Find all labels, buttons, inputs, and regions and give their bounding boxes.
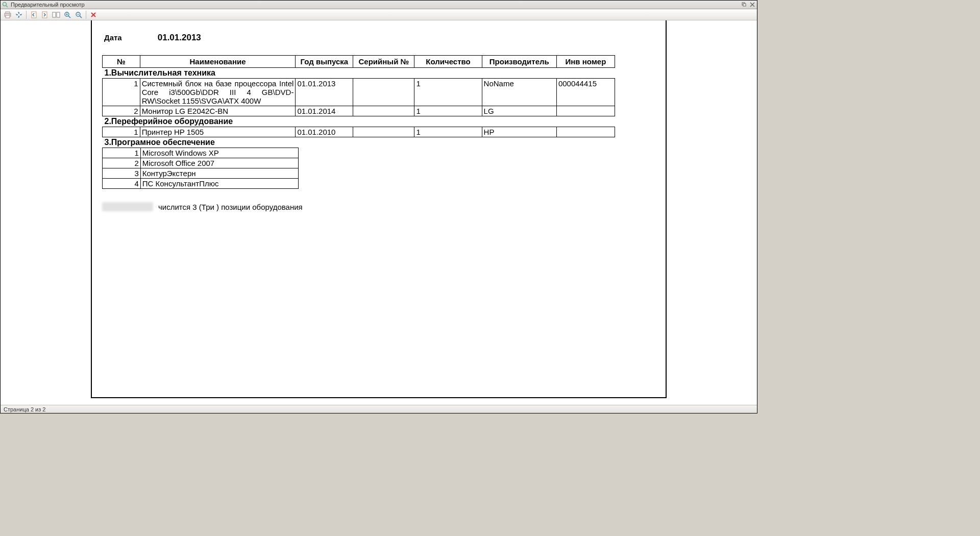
table-row: 3 КонтурЭкстерн — [103, 168, 299, 179]
maximize-icon[interactable] — [741, 1, 748, 8]
redacted-box — [102, 202, 153, 211]
header-name: Наименование — [140, 56, 296, 68]
multi-page-icon[interactable] — [51, 10, 61, 19]
cell-year: 01.01.2014 — [296, 106, 353, 116]
table-row: 4 ПС КонсультантПлюс — [103, 179, 299, 189]
app-icon — [2, 1, 9, 8]
cell-qty: 1 — [414, 106, 482, 116]
cell-name: Microsoft Office 2007 — [140, 158, 298, 168]
cell-inv — [556, 127, 615, 137]
footer-text: числится 3 (Три ) позиции оборудования — [158, 203, 303, 211]
cell-year: 01.01.2010 — [296, 127, 353, 137]
table-row: 1 Принтер HP 1505 01.01.2010 1 HP — [103, 127, 615, 137]
section-title: 2.Переферийное оборудование — [103, 116, 615, 127]
header-year: Год выпуска — [296, 56, 353, 68]
cell-num: 2 — [103, 158, 141, 168]
svg-rect-8 — [6, 15, 10, 18]
cell-mfr: HP — [482, 127, 556, 137]
section-title: 3.Програмное обеспечение — [103, 137, 615, 148]
cell-num: 1 — [103, 127, 140, 137]
titlebar: Предварительный просмотр — [1, 1, 757, 9]
next-page-icon[interactable] — [40, 10, 50, 19]
close-preview-icon[interactable] — [88, 10, 99, 19]
header-mfr: Производитель — [482, 56, 556, 68]
print-icon[interactable] — [3, 10, 13, 19]
date-row: Дата 01.01.2013 — [104, 33, 655, 43]
document-viewport[interactable]: Дата 01.01.2013 № Наименование Год выпус… — [1, 20, 757, 405]
header-num: № — [103, 56, 140, 68]
software-table: 1 Microsoft Windows XP 2 Microsoft Offic… — [102, 148, 299, 189]
table-row: 1 Системный блок на базе процессора Inte… — [103, 79, 615, 106]
cell-qty: 1 — [414, 127, 482, 137]
date-label: Дата — [104, 33, 122, 42]
toolbar-separator — [86, 11, 86, 19]
page-indicator: Страница 2 из 2 — [4, 406, 45, 412]
cell-qty: 1 — [414, 79, 482, 106]
cell-name: Монитор LG E2042C-BN — [140, 106, 296, 116]
window-controls — [741, 1, 756, 8]
svg-line-19 — [68, 16, 70, 18]
cell-num: 4 — [103, 179, 141, 189]
table-row: 2 Монитор LG E2042C-BN 01.01.2014 1 LG — [103, 106, 615, 116]
equipment-table: № Наименование Год выпуска Серийный № Ко… — [102, 55, 615, 148]
header-inv: Инв номер — [556, 56, 615, 68]
table-row: 2 Microsoft Office 2007 — [103, 158, 299, 168]
zoom-in-icon[interactable] — [62, 10, 72, 19]
section-1-title: 1.Вычислительная техника — [103, 68, 615, 79]
cell-mfr: LG — [482, 106, 556, 116]
footer-line: числится 3 (Три ) позиции оборудования — [102, 202, 655, 211]
cell-name: ПС КонсультантПлюс — [140, 179, 298, 189]
zoom-out-icon[interactable] — [74, 10, 84, 19]
svg-line-23 — [80, 16, 82, 18]
cell-name: Системный блок на базе процессора Intel … — [140, 79, 296, 106]
cell-name: КонтурЭкстерн — [140, 168, 298, 179]
svg-point-0 — [3, 3, 7, 6]
cell-year: 01.01.2013 — [296, 79, 353, 106]
toolbar-separator — [26, 11, 27, 19]
table-row: 1 Microsoft Windows XP — [103, 148, 299, 158]
cell-inv — [556, 106, 615, 116]
section-title: 1.Вычислительная техника — [103, 68, 615, 79]
date-value: 01.01.2013 — [158, 33, 201, 43]
svg-line-1 — [6, 6, 8, 7]
header-qty: Количество — [414, 56, 482, 68]
cell-num: 3 — [103, 168, 141, 179]
svg-point-9 — [9, 14, 10, 15]
cell-name: Microsoft Windows XP — [140, 148, 298, 158]
cell-name: Принтер HP 1505 — [140, 127, 296, 137]
header-serial: Серийный № — [353, 56, 414, 68]
cell-inv: 000044415 — [556, 79, 615, 106]
cell-mfr: NoName — [482, 79, 556, 106]
cell-serial — [353, 127, 414, 137]
cell-serial — [353, 106, 414, 116]
section-2-title: 2.Переферийное оборудование — [103, 116, 615, 127]
cell-num: 1 — [103, 148, 141, 158]
window-title: Предварительный просмотр — [11, 2, 741, 8]
svg-rect-17 — [57, 12, 60, 17]
cell-serial — [353, 79, 414, 106]
svg-rect-3 — [743, 4, 746, 6]
statusbar: Страница 2 из 2 — [1, 405, 757, 413]
cell-num: 2 — [103, 106, 140, 116]
toolbar — [1, 9, 757, 20]
section-3-title: 3.Програмное обеспечение — [103, 137, 615, 148]
cell-num: 1 — [103, 79, 140, 106]
prev-page-icon[interactable] — [29, 10, 39, 19]
document-page: Дата 01.01.2013 № Наименование Год выпус… — [91, 20, 667, 398]
close-window-icon[interactable] — [749, 1, 756, 8]
fit-icon[interactable] — [14, 10, 24, 19]
preview-window: Предварительный просмотр — [0, 0, 757, 413]
svg-rect-15 — [42, 12, 47, 18]
table-header-row: № Наименование Год выпуска Серийный № Ко… — [103, 56, 615, 68]
svg-rect-16 — [53, 12, 56, 17]
